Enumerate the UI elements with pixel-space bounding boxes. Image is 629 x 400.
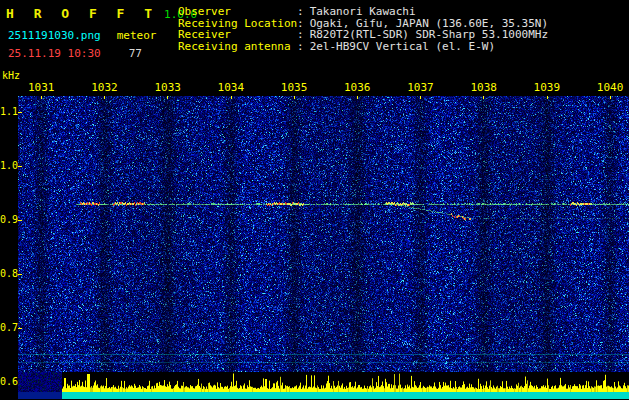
time-tick-label: 1034 xyxy=(218,81,245,94)
file-line: 2511191030.pngmeteor xyxy=(8,24,156,43)
info-label: Receiving antenna xyxy=(178,41,297,53)
time-tick-label: 1039 xyxy=(534,81,561,94)
time-tick-label: 1031 xyxy=(28,81,55,94)
info-colon: : xyxy=(297,41,304,53)
capture-filename: 2511191030.png xyxy=(8,29,101,42)
info-value: R820T2(RTL-SDR) SDR-Sharp 53.1000MHz xyxy=(310,29,548,41)
time-tick-label: 1037 xyxy=(407,81,434,94)
time-tick-label: 1032 xyxy=(91,81,118,94)
freq-tick-label: 1.1 xyxy=(0,106,17,117)
freq-unit-label: kHz xyxy=(2,70,20,81)
info-row: Receiver:R820T2(RTL-SDR) SDR-Sharp 53.10… xyxy=(178,29,548,41)
info-value: Takanori Kawachi xyxy=(310,6,416,18)
timestamp: 25.11.19 10:30 xyxy=(8,47,101,60)
freq-tick-label: 0.6 xyxy=(0,376,17,387)
spectrogram-canvas xyxy=(18,96,629,372)
time-tick-label: 1040 xyxy=(597,81,624,94)
info-row: Observer:Takanori Kawachi xyxy=(178,6,548,18)
time-tick-label: 1036 xyxy=(344,81,371,94)
app-title-line: H R O F F T1.0.0 xyxy=(6,3,197,22)
mode-label: meteor xyxy=(117,29,157,42)
freq-tick-label: 0.7 xyxy=(0,322,17,333)
info-label: Observer xyxy=(178,6,297,18)
info-label: Receiver xyxy=(178,29,297,41)
time-tick-label: 1035 xyxy=(281,81,308,94)
time-tick-label: 1038 xyxy=(470,81,497,94)
app-title: H R O F F T xyxy=(6,6,158,21)
station-info: Observer:Takanori KawachiReceiving Locat… xyxy=(178,6,548,52)
freq-tick-label: 0.8 xyxy=(0,268,17,279)
info-row: Receiving antenna:2el-HB9CV Vertical (el… xyxy=(178,41,548,53)
minute-marker-bar xyxy=(62,392,629,399)
power-strip-canvas xyxy=(18,372,629,392)
echo-count: 77 xyxy=(129,47,142,60)
freq-tick-label: 1.0 xyxy=(0,160,17,171)
time-tick-label: 1033 xyxy=(154,81,181,94)
info-value: 2el-HB9CV Vertical (el. E-W) xyxy=(310,41,495,53)
freq-tick-label: 0.9 xyxy=(0,214,17,225)
time-line: 25.11.19 10:3077 xyxy=(8,42,142,61)
marker-bar-gap xyxy=(18,392,62,399)
hrofft-window: H R O F F T1.0.0 2511191030.pngmeteor 25… xyxy=(0,0,629,400)
info-colon: : xyxy=(297,29,304,41)
info-colon: : xyxy=(297,6,304,18)
